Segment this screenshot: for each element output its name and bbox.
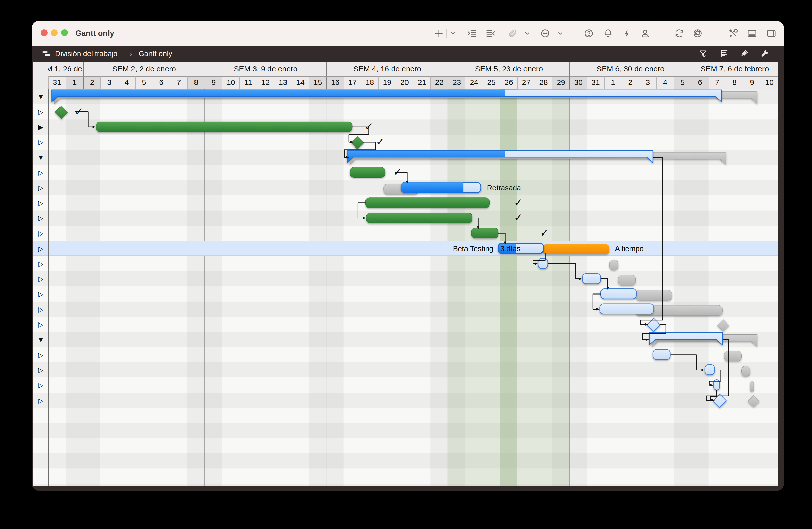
- task-bar-progress-fill: [401, 182, 463, 192]
- day-header-cell: 2: [83, 76, 100, 88]
- add-icon[interactable]: [433, 27, 445, 39]
- title-bar[interactable]: Gantt only: [32, 21, 784, 46]
- day-header-cell: 10: [760, 76, 778, 88]
- zoom-button[interactable]: [61, 29, 68, 36]
- app-window: Gantt only División del trabajo › Gantt …: [32, 21, 784, 491]
- task-bar-complete[interactable]: [96, 121, 352, 132]
- breadcrumb-root[interactable]: División del trabajo: [55, 46, 117, 61]
- breadcrumb-bar: División del trabajo › Gantt only: [32, 46, 784, 61]
- row-disclosure-leaf[interactable]: ▷: [38, 245, 43, 253]
- chevron-down-icon[interactable]: [447, 27, 459, 39]
- week-header-cell: SEM 4, 16 de enero: [326, 61, 448, 76]
- task-bar-complete[interactable]: [366, 213, 472, 223]
- week-header-cell: SEM 7, 6 de febrero: [691, 61, 778, 76]
- attachment-icon[interactable]: [507, 27, 518, 39]
- sync-icon[interactable]: [673, 27, 685, 39]
- row-disclosure-leaf[interactable]: ▷: [38, 230, 43, 237]
- task-bar-future[interactable]: [653, 349, 670, 360]
- day-header-cell: 1: [66, 76, 83, 88]
- task-label: Retrasada: [487, 184, 521, 192]
- toolbar-divider: [446, 29, 447, 38]
- day-header-cell: 1: [604, 76, 622, 88]
- task-label: 3 días: [500, 245, 520, 253]
- chevron-down-icon[interactable]: [521, 27, 533, 39]
- task-label: Beta Testing: [453, 245, 493, 253]
- day-header-cell: 23: [448, 76, 465, 88]
- row-disclosure-leaf[interactable]: ▷: [38, 306, 43, 313]
- tools-icon[interactable]: [727, 27, 739, 39]
- close-button[interactable]: [41, 29, 47, 36]
- outdent-icon[interactable]: [485, 27, 496, 39]
- task-bar-complete[interactable]: [472, 228, 498, 238]
- panel-bottom-icon[interactable]: [746, 27, 758, 39]
- baseline-bar: [636, 290, 672, 300]
- completed-checkmark: ✓: [393, 166, 402, 178]
- week-header-cell: SEM 5, 23 de enero: [448, 61, 569, 76]
- more-circle-icon[interactable]: [539, 27, 551, 39]
- row-disclosure-expanded[interactable]: ▼: [38, 93, 44, 101]
- row-disclosure-leaf[interactable]: ▷: [38, 139, 43, 146]
- day-header-cell: 21: [413, 76, 431, 88]
- chevron-down-icon[interactable]: [554, 27, 566, 39]
- row-disclosure-leaf[interactable]: ▷: [38, 397, 43, 404]
- task-bar-complete[interactable]: [365, 198, 490, 208]
- minimize-button[interactable]: [51, 29, 58, 36]
- row-disclosure-leaf[interactable]: ▷: [38, 260, 43, 268]
- help-icon[interactable]: [583, 27, 595, 39]
- day-header-cell: 31: [587, 76, 604, 88]
- selected-row-highlight: [33, 241, 778, 256]
- day-header-cell: 5: [674, 76, 691, 88]
- day-header-cell: 20: [396, 76, 413, 88]
- row-disclosure-collapsed[interactable]: ▶: [38, 123, 43, 131]
- task-bar-future[interactable]: [705, 365, 715, 375]
- gantt-view-icon: [42, 49, 50, 58]
- row-disclosure-leaf[interactable]: ▷: [38, 108, 43, 116]
- task-bar-future[interactable]: [582, 273, 601, 284]
- brush-icon[interactable]: [740, 49, 749, 59]
- completed-checkmark: ✓: [514, 197, 523, 209]
- day-header-cell: 2: [622, 76, 639, 88]
- person-icon[interactable]: [639, 27, 651, 39]
- row-disclosure-expanded[interactable]: ▼: [38, 154, 44, 161]
- header-gutter: [33, 61, 48, 88]
- task-bar-future[interactable]: [600, 304, 654, 314]
- row-disclosure-leaf[interactable]: ▷: [38, 214, 43, 222]
- filter-icon[interactable]: [699, 49, 709, 59]
- gantt-chart[interactable]: ▼▷▶▷▼▷▷▷▷▷▷▷▷▷▷▷▼▷▷▷▷✓✓✓✓✓✓✓RetrasadaBet…: [33, 88, 778, 486]
- window-title: Gantt only: [75, 21, 114, 46]
- row-disclosure-leaf[interactable]: ▷: [38, 366, 43, 374]
- row-disclosure-expanded[interactable]: ▼: [38, 336, 44, 344]
- row-disclosure-leaf[interactable]: ▷: [38, 290, 43, 298]
- day-header-cell: 19: [378, 76, 395, 88]
- row-disclosure-leaf[interactable]: ▷: [38, 321, 43, 328]
- day-header-cell: 4: [118, 76, 135, 88]
- breadcrumb-separator: ›: [130, 46, 132, 61]
- day-header-cell: 7: [170, 76, 187, 88]
- wrench-icon[interactable]: [760, 49, 770, 59]
- outline-icon[interactable]: [720, 49, 729, 59]
- panel-right-icon[interactable]: [766, 27, 777, 39]
- task-bar-complete[interactable]: [350, 167, 386, 177]
- day-header-cell: 29: [552, 76, 569, 88]
- task-bar-future[interactable]: [601, 289, 636, 299]
- bolt-icon[interactable]: [621, 27, 633, 39]
- day-header-cell: 5: [135, 76, 153, 88]
- bell-icon[interactable]: [602, 27, 614, 39]
- row-disclosure-leaf[interactable]: ▷: [38, 275, 43, 283]
- indent-icon[interactable]: [466, 27, 478, 39]
- task-bar-future[interactable]: [538, 258, 548, 269]
- day-header-cell: 6: [153, 76, 170, 88]
- row-disclosure-leaf[interactable]: ▷: [38, 184, 43, 192]
- day-header-cell: 15: [309, 76, 326, 88]
- week-header-cell: SEM 2, 2 de enero: [83, 61, 205, 76]
- row-disclosure-leaf[interactable]: ▷: [38, 382, 43, 389]
- row-disclosure-leaf[interactable]: ▷: [38, 351, 43, 359]
- row-disclosure-leaf[interactable]: ▷: [38, 199, 43, 207]
- gantt-content: SEM 1, 26 de diciembreSEM 2, 2 de eneroS…: [33, 61, 778, 486]
- day-header-cell: 27: [517, 76, 535, 88]
- task-bar-overrun[interactable]: [542, 244, 609, 254]
- day-header-cell: 4: [656, 76, 674, 88]
- row-disclosure-leaf[interactable]: ▷: [38, 169, 43, 176]
- network-icon[interactable]: [692, 27, 704, 39]
- day-header-cell: 3: [100, 76, 118, 88]
